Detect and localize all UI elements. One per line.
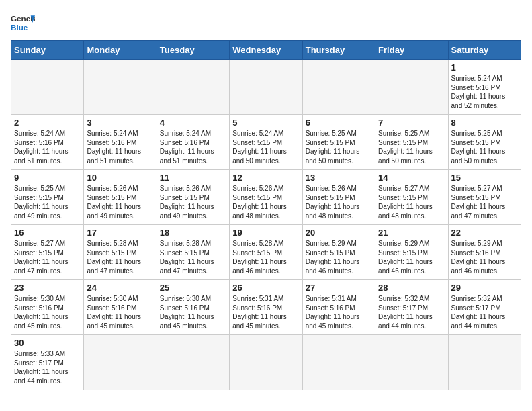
calendar-cell: 14Sunrise: 5:27 AMSunset: 5:15 PMDayligh… — [375, 170, 448, 225]
calendar-cell: 9Sunrise: 5:25 AMSunset: 5:15 PMDaylight… — [11, 170, 84, 225]
calendar-cell: 11Sunrise: 5:26 AMSunset: 5:15 PMDayligh… — [157, 170, 229, 225]
calendar-cell — [230, 60, 302, 115]
day-number: 29 — [451, 283, 518, 293]
day-number: 24 — [87, 283, 153, 293]
calendar-cell: 23Sunrise: 5:30 AMSunset: 5:16 PMDayligh… — [11, 280, 84, 335]
day-number: 25 — [160, 283, 226, 293]
day-info: Sunrise: 5:32 AMSunset: 5:17 PMDaylight:… — [451, 294, 518, 330]
day-number: 20 — [306, 228, 372, 238]
day-info: Sunrise: 5:25 AMSunset: 5:15 PMDaylight:… — [306, 129, 372, 165]
day-number: 10 — [87, 173, 153, 183]
calendar-cell: 12Sunrise: 5:26 AMSunset: 5:15 PMDayligh… — [230, 170, 302, 225]
week-row-2: 2Sunrise: 5:24 AMSunset: 5:16 PMDaylight… — [11, 115, 521, 170]
calendar-cell — [448, 335, 521, 390]
week-row-5: 23Sunrise: 5:30 AMSunset: 5:16 PMDayligh… — [11, 280, 521, 335]
calendar-cell: 17Sunrise: 5:28 AMSunset: 5:15 PMDayligh… — [84, 225, 157, 280]
day-number: 7 — [378, 118, 445, 128]
calendar-cell: 15Sunrise: 5:27 AMSunset: 5:15 PMDayligh… — [448, 170, 521, 225]
calendar-cell: 27Sunrise: 5:31 AMSunset: 5:16 PMDayligh… — [302, 280, 375, 335]
calendar-cell: 28Sunrise: 5:32 AMSunset: 5:17 PMDayligh… — [375, 280, 448, 335]
day-info: Sunrise: 5:27 AMSunset: 5:15 PMDaylight:… — [451, 184, 518, 220]
day-info: Sunrise: 5:26 AMSunset: 5:15 PMDaylight:… — [160, 184, 226, 220]
calendar-cell — [375, 335, 448, 390]
calendar-cell — [302, 60, 375, 115]
day-info: Sunrise: 5:29 AMSunset: 5:15 PMDaylight:… — [378, 239, 445, 275]
day-info: Sunrise: 5:29 AMSunset: 5:15 PMDaylight:… — [306, 239, 372, 275]
day-info: Sunrise: 5:33 AMSunset: 5:17 PMDaylight:… — [14, 349, 81, 385]
calendar-cell: 13Sunrise: 5:26 AMSunset: 5:15 PMDayligh… — [302, 170, 375, 225]
svg-text:Blue: Blue — [11, 23, 28, 32]
day-number: 12 — [232, 173, 299, 183]
day-number: 23 — [14, 283, 81, 293]
day-info: Sunrise: 5:24 AMSunset: 5:16 PMDaylight:… — [160, 129, 226, 165]
calendar-table: SundayMondayTuesdayWednesdayThursdayFrid… — [11, 40, 521, 390]
day-number: 3 — [87, 118, 153, 128]
calendar-cell: 6Sunrise: 5:25 AMSunset: 5:15 PMDaylight… — [302, 115, 375, 170]
day-number: 11 — [160, 173, 226, 183]
col-header-saturday: Saturday — [448, 41, 521, 60]
day-info: Sunrise: 5:24 AMSunset: 5:16 PMDaylight:… — [14, 129, 81, 165]
day-info: Sunrise: 5:25 AMSunset: 5:15 PMDaylight:… — [378, 129, 445, 165]
col-header-wednesday: Wednesday — [230, 41, 302, 60]
calendar-cell — [375, 60, 448, 115]
generalblue-logo-icon: General Blue — [11, 11, 35, 35]
day-number: 4 — [160, 118, 226, 128]
calendar-cell: 19Sunrise: 5:28 AMSunset: 5:15 PMDayligh… — [230, 225, 302, 280]
calendar-cell — [157, 335, 229, 390]
day-info: Sunrise: 5:26 AMSunset: 5:15 PMDaylight:… — [232, 184, 299, 220]
calendar-cell: 3Sunrise: 5:24 AMSunset: 5:16 PMDaylight… — [84, 115, 157, 170]
day-info: Sunrise: 5:24 AMSunset: 5:16 PMDaylight:… — [451, 74, 518, 110]
day-number: 6 — [306, 118, 372, 128]
calendar-cell: 30Sunrise: 5:33 AMSunset: 5:17 PMDayligh… — [11, 335, 84, 390]
calendar-cell: 20Sunrise: 5:29 AMSunset: 5:15 PMDayligh… — [302, 225, 375, 280]
day-info: Sunrise: 5:24 AMSunset: 5:16 PMDaylight:… — [87, 129, 153, 165]
day-number: 17 — [87, 228, 153, 238]
calendar-cell: 21Sunrise: 5:29 AMSunset: 5:15 PMDayligh… — [375, 225, 448, 280]
day-info: Sunrise: 5:28 AMSunset: 5:15 PMDaylight:… — [160, 239, 226, 275]
day-number: 19 — [232, 228, 299, 238]
day-number: 14 — [378, 173, 445, 183]
day-number: 26 — [232, 283, 299, 293]
calendar-cell: 18Sunrise: 5:28 AMSunset: 5:15 PMDayligh… — [157, 225, 229, 280]
day-number: 2 — [14, 118, 81, 128]
logo: General Blue — [11, 11, 35, 35]
calendar-cell: 10Sunrise: 5:26 AMSunset: 5:15 PMDayligh… — [84, 170, 157, 225]
day-info: Sunrise: 5:25 AMSunset: 5:15 PMDaylight:… — [14, 184, 81, 220]
calendar-cell — [302, 335, 375, 390]
week-row-6: 30Sunrise: 5:33 AMSunset: 5:17 PMDayligh… — [11, 335, 521, 390]
day-info: Sunrise: 5:28 AMSunset: 5:15 PMDaylight:… — [87, 239, 153, 275]
day-info: Sunrise: 5:27 AMSunset: 5:15 PMDaylight:… — [378, 184, 445, 220]
day-number: 9 — [14, 173, 81, 183]
calendar-cell: 4Sunrise: 5:24 AMSunset: 5:16 PMDaylight… — [157, 115, 229, 170]
day-info: Sunrise: 5:30 AMSunset: 5:16 PMDaylight:… — [160, 294, 226, 330]
day-number: 22 — [451, 228, 518, 238]
day-info: Sunrise: 5:28 AMSunset: 5:15 PMDaylight:… — [232, 239, 299, 275]
week-row-1: 1Sunrise: 5:24 AMSunset: 5:16 PMDaylight… — [11, 60, 521, 115]
day-info: Sunrise: 5:27 AMSunset: 5:15 PMDaylight:… — [14, 239, 81, 275]
calendar-cell — [11, 60, 84, 115]
calendar-cell — [84, 335, 157, 390]
page-header: General Blue — [11, 11, 521, 35]
day-number: 1 — [451, 62, 518, 73]
col-header-friday: Friday — [375, 41, 448, 60]
week-row-4: 16Sunrise: 5:27 AMSunset: 5:15 PMDayligh… — [11, 225, 521, 280]
calendar-cell — [84, 60, 157, 115]
calendar-cell — [157, 60, 229, 115]
calendar-cell: 5Sunrise: 5:24 AMSunset: 5:15 PMDaylight… — [230, 115, 302, 170]
day-info: Sunrise: 5:26 AMSunset: 5:15 PMDaylight:… — [87, 184, 153, 220]
calendar-cell: 7Sunrise: 5:25 AMSunset: 5:15 PMDaylight… — [375, 115, 448, 170]
day-number: 30 — [14, 338, 81, 348]
calendar-cell: 25Sunrise: 5:30 AMSunset: 5:16 PMDayligh… — [157, 280, 229, 335]
day-number: 16 — [14, 228, 81, 238]
calendar-header-row: SundayMondayTuesdayWednesdayThursdayFrid… — [11, 41, 521, 60]
calendar-cell: 2Sunrise: 5:24 AMSunset: 5:16 PMDaylight… — [11, 115, 84, 170]
day-number: 8 — [451, 118, 518, 128]
calendar-cell — [230, 335, 302, 390]
day-info: Sunrise: 5:24 AMSunset: 5:15 PMDaylight:… — [232, 129, 299, 165]
calendar-cell: 8Sunrise: 5:25 AMSunset: 5:15 PMDaylight… — [448, 115, 521, 170]
day-info: Sunrise: 5:26 AMSunset: 5:15 PMDaylight:… — [306, 184, 372, 220]
calendar-cell: 1Sunrise: 5:24 AMSunset: 5:16 PMDaylight… — [448, 60, 521, 115]
day-number: 13 — [306, 173, 372, 183]
day-info: Sunrise: 5:29 AMSunset: 5:16 PMDaylight:… — [451, 239, 518, 275]
day-info: Sunrise: 5:32 AMSunset: 5:17 PMDaylight:… — [378, 294, 445, 330]
